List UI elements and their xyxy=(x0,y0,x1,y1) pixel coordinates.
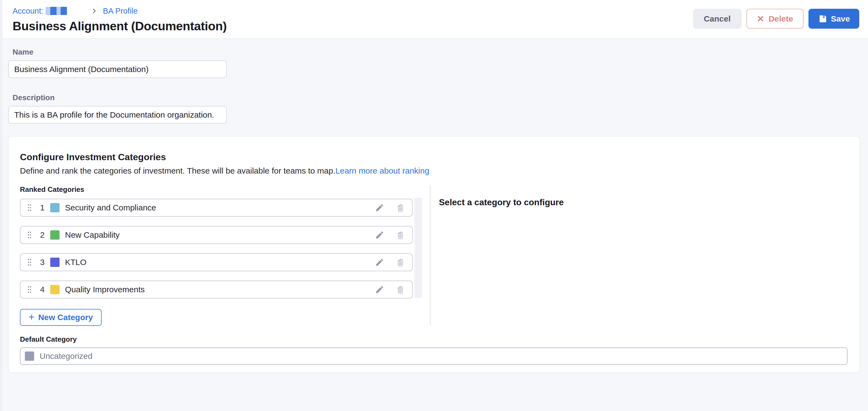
default-category-label: Default Category xyxy=(20,335,848,344)
delete-category-button[interactable] xyxy=(395,229,406,241)
delete-category-button[interactable] xyxy=(395,284,406,295)
delete-category-button[interactable] xyxy=(395,256,406,268)
save-button-label: Save xyxy=(831,14,850,24)
delete-button-label: Delete xyxy=(769,14,793,24)
default-category-row[interactable]: Uncategorized xyxy=(20,347,847,365)
ranked-categories-list: 1 Security and Compliance 2 xyxy=(20,199,413,299)
cancel-button[interactable]: Cancel xyxy=(693,9,742,29)
category-color-swatch xyxy=(50,258,60,267)
new-category-button[interactable]: + New Category xyxy=(20,309,102,326)
chevron-right-icon xyxy=(90,7,98,15)
category-row[interactable]: 2 New Capability xyxy=(20,226,413,244)
description-field-group: Description xyxy=(8,93,860,124)
category-row[interactable]: 3 KTLO xyxy=(20,253,413,271)
floppy-disk-icon xyxy=(818,14,828,24)
card-subtitle: Define and rank the categories of invest… xyxy=(20,166,848,175)
drag-handle-icon[interactable] xyxy=(27,231,32,239)
edit-category-button[interactable] xyxy=(374,229,385,241)
name-label: Name xyxy=(12,48,860,57)
category-rank: 3 xyxy=(39,258,46,267)
new-category-button-label: New Category xyxy=(38,313,93,322)
ranked-categories-column: Ranked Categories 1 Security and Complia… xyxy=(20,185,430,326)
drag-handle-icon[interactable] xyxy=(27,258,32,267)
x-icon: ✕ xyxy=(757,14,764,23)
viewport-left-edge xyxy=(0,0,2,411)
ranked-categories-label: Ranked Categories xyxy=(20,185,430,194)
delete-button[interactable]: ✕ Delete xyxy=(746,9,804,29)
category-row[interactable]: 1 Security and Compliance xyxy=(20,199,413,217)
category-row[interactable]: 4 Quality Improvements xyxy=(20,280,413,299)
name-field-group: Name xyxy=(8,48,860,78)
category-color-swatch xyxy=(50,230,60,240)
category-detail-panel: Select a category to configure xyxy=(430,185,848,326)
category-rank: 1 xyxy=(39,203,46,212)
name-input[interactable] xyxy=(8,60,227,78)
configure-categories-card: Configure Investment Categories Define a… xyxy=(8,136,860,373)
account-name-redacted xyxy=(45,7,67,15)
category-rank: 4 xyxy=(39,285,46,294)
edit-category-button[interactable] xyxy=(374,284,385,295)
card-subtitle-text: Define and rank the categories of invest… xyxy=(20,166,335,175)
default-category-color-swatch xyxy=(25,351,34,361)
breadcrumb-ba-profile-link[interactable]: BA Profile xyxy=(103,6,138,15)
category-rank: 2 xyxy=(39,230,46,240)
drag-handle-icon[interactable] xyxy=(27,203,32,212)
list-scrollbar[interactable] xyxy=(414,198,422,298)
category-color-swatch xyxy=(50,203,60,212)
delete-category-button[interactable] xyxy=(395,202,406,213)
learn-more-link[interactable]: Learn more about ranking xyxy=(335,166,429,175)
description-label: Description xyxy=(12,93,860,102)
card-title: Configure Investment Categories xyxy=(20,152,848,162)
category-color-swatch xyxy=(50,285,60,294)
description-input[interactable] xyxy=(8,106,227,124)
header-actions: Cancel ✕ Delete Save xyxy=(693,9,859,29)
categories-columns: Ranked Categories 1 Security and Complia… xyxy=(20,185,848,326)
edit-category-button[interactable] xyxy=(374,256,385,268)
category-name: Security and Compliance xyxy=(65,203,156,212)
default-category-name: Uncategorized xyxy=(40,351,92,361)
category-name: New Capability xyxy=(65,230,120,240)
page-header: Account: BA Profile Business Alignment (… xyxy=(0,0,868,39)
profile-form: Name Description Configure Investment Ca… xyxy=(0,39,868,373)
plus-icon: + xyxy=(29,312,34,322)
breadcrumb-account-label[interactable]: Account: xyxy=(12,6,43,15)
drag-handle-icon[interactable] xyxy=(27,285,32,294)
category-name: KTLO xyxy=(65,258,86,267)
category-name: Quality Improvements xyxy=(65,285,145,294)
edit-category-button[interactable] xyxy=(374,202,385,213)
empty-state-message: Select a category to configure xyxy=(439,197,848,207)
save-button[interactable]: Save xyxy=(808,9,859,29)
